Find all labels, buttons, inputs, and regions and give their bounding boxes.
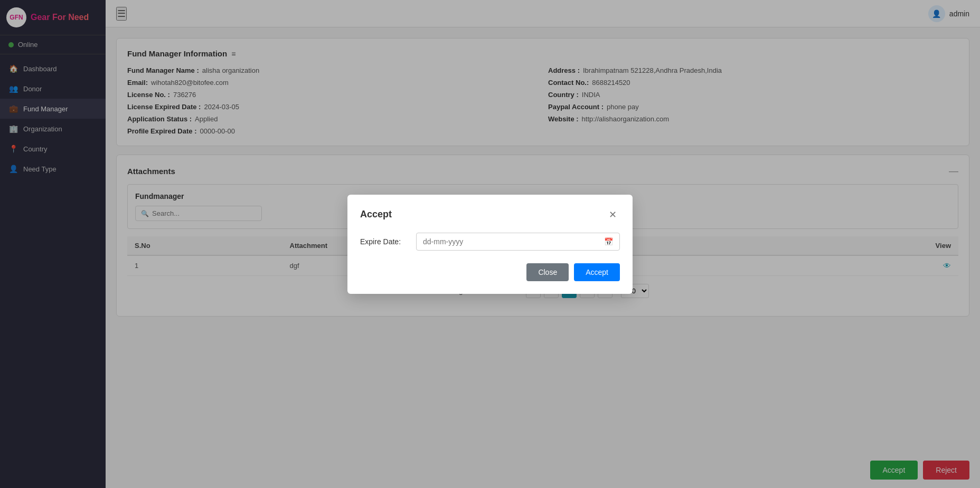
modal-accept-button[interactable]: Accept: [574, 263, 620, 281]
expire-date-label: Expire Date:: [360, 237, 408, 246]
modal-title: Accept: [360, 209, 392, 220]
modal-close-button[interactable]: ✕: [605, 207, 620, 222]
modal-body: Expire Date: 📅: [360, 233, 620, 251]
modal-footer: Close Accept: [360, 263, 620, 281]
expire-date-row: Expire Date: 📅: [360, 233, 620, 251]
calendar-icon[interactable]: 📅: [604, 237, 613, 246]
modal-overlay: Accept ✕ Expire Date: 📅 Close Accept: [0, 0, 980, 488]
modal-header: Accept ✕: [360, 207, 620, 222]
modal-close-action-button[interactable]: Close: [526, 263, 569, 281]
date-input-wrapper[interactable]: 📅: [416, 233, 620, 251]
expire-date-input[interactable]: [423, 237, 600, 246]
accept-modal: Accept ✕ Expire Date: 📅 Close Accept: [347, 195, 633, 294]
